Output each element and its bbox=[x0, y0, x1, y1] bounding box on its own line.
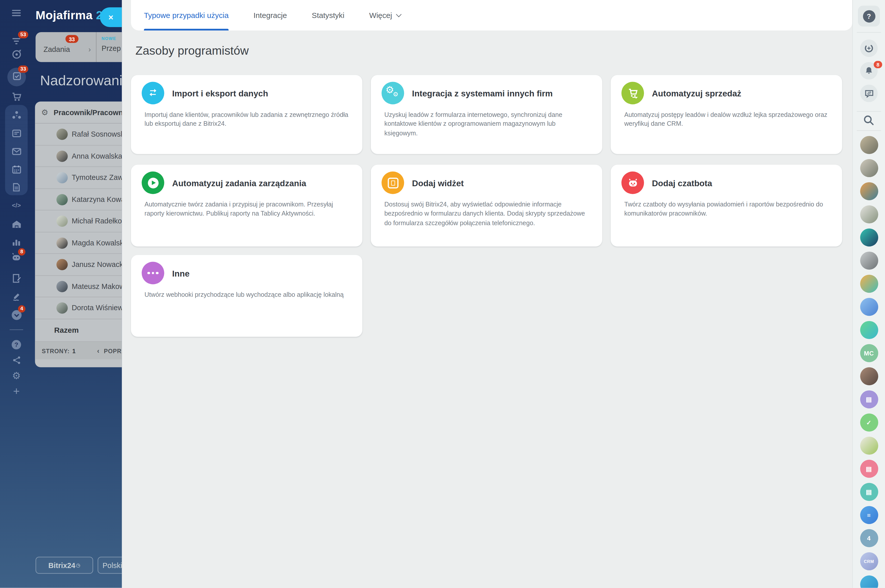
rail-divider bbox=[10, 329, 23, 330]
newsfeed-icon[interactable] bbox=[10, 126, 23, 140]
chat-avatar-image[interactable]: CRM bbox=[860, 552, 878, 570]
table-row[interactable]: Michał Radełko bbox=[35, 210, 122, 232]
chevron-left-icon[interactable]: ‹ bbox=[97, 346, 99, 354]
table-row[interactable]: Magda Kowalska bbox=[35, 232, 122, 254]
right-rail: ? 8 MC▤✓▤▤≡4CRM bbox=[852, 0, 885, 588]
table-row[interactable]: Rafał Sosnowski bbox=[35, 123, 122, 145]
avatar bbox=[56, 302, 68, 314]
table-row[interactable]: Katarzyna Kowals bbox=[35, 189, 122, 210]
sidebar-content: Mojafirma 2 × Zadania 33 › NOWE Przep Na… bbox=[32, 0, 122, 588]
portal-title: Mojafirma 2 bbox=[35, 8, 102, 22]
chat-rail: MC▤✓▤▤≡4CRM bbox=[853, 136, 885, 588]
copilot-button[interactable] bbox=[860, 39, 877, 57]
chat-avatar-photo[interactable] bbox=[860, 136, 878, 154]
code-icon[interactable]: </> bbox=[10, 199, 23, 212]
table-row[interactable]: Janusz Nowacki bbox=[35, 254, 122, 276]
chat-avatar-photo[interactable] bbox=[860, 252, 878, 270]
help-button[interactable]: ? bbox=[858, 6, 880, 26]
add-plus-icon[interactable]: + bbox=[10, 384, 23, 398]
table-row[interactable]: Dorota Wiśniewsk bbox=[35, 297, 122, 319]
bell-icon bbox=[864, 66, 874, 76]
table-row[interactable]: Mateusz Makows bbox=[35, 276, 122, 297]
chatbot-badge: 8 bbox=[18, 248, 25, 255]
calendar-icon[interactable] bbox=[10, 162, 23, 176]
close-button[interactable]: × bbox=[100, 8, 122, 27]
rail-divider bbox=[857, 130, 881, 131]
rail-divider bbox=[857, 111, 881, 112]
chat-avatar-photo[interactable] bbox=[860, 159, 878, 177]
tab-zadania[interactable]: Zadania 33 › bbox=[35, 32, 96, 62]
app-window: { "accent_colors": { "active_tab_blue": … bbox=[0, 0, 885, 588]
card-automatyzuj-zadania[interactable]: Automatyzuj zadania zarządzania Automaty… bbox=[131, 165, 362, 246]
avatar bbox=[56, 259, 68, 270]
help-rail-icon[interactable]: ? bbox=[10, 338, 23, 352]
crm-network-icon[interactable] bbox=[10, 108, 23, 122]
documents-icon[interactable] bbox=[10, 180, 23, 194]
table-row[interactable]: Anna Kowalska bbox=[35, 145, 122, 167]
tab-typowe-przypadki-uzycia[interactable]: Typowe przypadki użycia bbox=[144, 0, 229, 30]
chat-avatar-image[interactable] bbox=[860, 321, 878, 339]
tab-integracje[interactable]: Integracje bbox=[253, 0, 287, 30]
hamburger-menu-icon[interactable] bbox=[10, 6, 23, 20]
messenger-button[interactable] bbox=[860, 84, 877, 102]
language-button[interactable]: Polski bbox=[98, 557, 122, 574]
chat-avatar-photo[interactable] bbox=[860, 182, 878, 200]
svg-text:?: ? bbox=[14, 341, 18, 348]
left-icon-rail: 53 33 bbox=[0, 0, 32, 588]
chat-avatar-image[interactable] bbox=[860, 298, 878, 316]
page-number: 1 bbox=[72, 347, 76, 354]
tab-statystyki[interactable]: Statystyki bbox=[312, 0, 344, 30]
chat-avatar-count[interactable]: 4 bbox=[860, 529, 878, 547]
chat-avatar-image[interactable] bbox=[860, 437, 878, 454]
bitrix24-logo-button[interactable]: Bitrix24◷ bbox=[35, 557, 93, 574]
chevron-down-icon bbox=[396, 11, 401, 17]
main-content: Typowe przypadki użycia Integracje Staty… bbox=[122, 0, 852, 588]
chat-avatar-photo[interactable] bbox=[860, 367, 878, 385]
play-icon bbox=[142, 171, 164, 194]
warehouse-icon[interactable] bbox=[10, 217, 23, 231]
chat-icon bbox=[864, 88, 874, 98]
chart-icon[interactable] bbox=[10, 235, 23, 249]
cart-icon[interactable] bbox=[10, 90, 23, 104]
avatar bbox=[56, 194, 68, 205]
bitrix24-mark-icon: ◷ bbox=[76, 562, 81, 568]
avatar bbox=[56, 237, 68, 249]
page-title: Zasoby programistów bbox=[135, 44, 249, 58]
chat-avatar-image[interactable] bbox=[860, 228, 878, 246]
chat-avatar-photo[interactable] bbox=[860, 206, 878, 224]
card-dodaj-czatbota[interactable]: Dodaj czatbota Twórz czatboty do wysyłan… bbox=[611, 165, 842, 246]
chat-avatar-icon[interactable]: ▤ bbox=[860, 390, 878, 408]
chat-avatar-initials[interactable]: MC bbox=[860, 344, 878, 362]
share-icon[interactable] bbox=[10, 353, 23, 367]
card-integracja-systemy[interactable]: ⚙⚙ Integracja z systemami innych firm Uz… bbox=[371, 75, 602, 154]
tab-przeplywy[interactable]: NOWE Przep bbox=[96, 32, 122, 62]
rail-divider bbox=[857, 32, 881, 33]
card-inne[interactable]: Inne Utwórz webhooki przychodzące lub wy… bbox=[131, 255, 362, 337]
card-dodaj-widzet[interactable]: Dodaj widżet Dostosuj swój Bitrix24, aby… bbox=[371, 165, 602, 246]
chat-avatar-icon[interactable]: ✓ bbox=[860, 413, 878, 431]
card-automatyzuj-sprzedaz[interactable]: Automatyzuj sprzedaż Automatyzuj postępy… bbox=[611, 75, 842, 154]
chevron-right-icon: › bbox=[88, 45, 91, 53]
mail-icon[interactable] bbox=[10, 144, 23, 158]
chat-avatar-icon[interactable]: ▤ bbox=[860, 460, 878, 478]
table-row[interactable]: Tymoteusz Zawa bbox=[35, 167, 122, 189]
chat-avatar-icon[interactable]: ▤ bbox=[860, 483, 878, 501]
employee-table: ⚙ Pracownik/Pracownic Rafał Sosnowski An… bbox=[35, 102, 122, 367]
doc-edit-icon[interactable] bbox=[10, 271, 23, 285]
previous-page-button[interactable]: POPRZEDNI bbox=[104, 347, 122, 354]
settings-gear-icon[interactable]: ⚙ bbox=[10, 369, 23, 382]
pages-label: STRONY: bbox=[42, 347, 70, 354]
tasks-count-badge: 33 bbox=[66, 35, 78, 43]
table-settings-gear-icon[interactable]: ⚙ bbox=[41, 108, 48, 116]
chatbot-icon bbox=[622, 171, 644, 194]
avatar bbox=[56, 129, 68, 140]
tab-wiecej[interactable]: Więcej bbox=[369, 0, 400, 30]
chat-avatar-icon[interactable]: ≡ bbox=[860, 506, 878, 524]
card-import-eksport[interactable]: Import i eksport danych Importuj dane kl… bbox=[131, 75, 362, 154]
chat-avatar-image[interactable] bbox=[860, 275, 878, 293]
search-button[interactable] bbox=[862, 114, 875, 129]
target-icon[interactable] bbox=[10, 47, 23, 61]
signature-icon[interactable] bbox=[10, 290, 23, 303]
chat-avatar-image[interactable] bbox=[860, 575, 878, 588]
avatar bbox=[56, 280, 68, 292]
